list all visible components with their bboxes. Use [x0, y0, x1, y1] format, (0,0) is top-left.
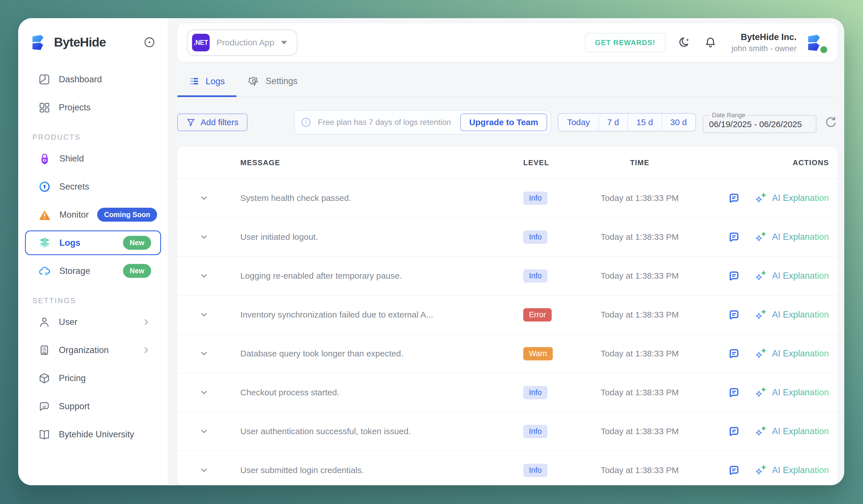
coming-soon-badge: Coming Soon: [97, 208, 157, 222]
collapse-sidebar-icon[interactable]: [143, 36, 155, 48]
sidebar-item-secrets[interactable]: Secrets: [25, 174, 161, 199]
ai-explanation-button[interactable]: AI Explanation: [754, 464, 829, 477]
get-rewards-button[interactable]: GET REWARDS!: [585, 33, 666, 52]
log-time: Today at 1:38:33 PM: [574, 388, 705, 397]
dashboard-icon: [38, 74, 50, 86]
notifications-bell-icon[interactable]: [704, 36, 717, 49]
level-badge: Info: [523, 464, 547, 477]
comment-icon[interactable]: [728, 192, 740, 204]
ai-explanation-button[interactable]: AI Explanation: [754, 425, 829, 438]
sidebar-item-storage[interactable]: Storage New: [25, 259, 161, 283]
log-message: System health check passed.: [222, 193, 489, 203]
sidebar-item-label: Storage: [59, 266, 90, 276]
refresh-button[interactable]: [824, 116, 837, 129]
topbar: .NET Production App GET REWARDS!: [177, 23, 837, 62]
tab-logs[interactable]: Logs: [177, 76, 237, 96]
comment-icon[interactable]: [728, 426, 740, 437]
expand-row-button[interactable]: [186, 427, 222, 436]
support-chat-icon: [38, 400, 50, 412]
sidebar-item-user[interactable]: User: [25, 310, 161, 334]
sidebar: ByteHide Dashboard: [18, 18, 168, 485]
comment-icon[interactable]: [728, 387, 740, 398]
upgrade-to-team-button[interactable]: Upgrade to Team: [460, 114, 547, 131]
expand-row-button[interactable]: [186, 232, 222, 242]
log-message: Logging re-enabled after temporary pause…: [222, 271, 489, 281]
sidebar-item-label: Shield: [59, 154, 84, 164]
add-filters-button[interactable]: Add filters: [177, 114, 247, 131]
log-message: Database query took longer than expected…: [222, 349, 489, 359]
table-row: Database query took longer than expected…: [177, 334, 837, 373]
sidebar-item-label: Pricing: [59, 373, 86, 384]
date-range-presets: Today 7 d 15 d 30 d: [558, 113, 696, 131]
sidebar-item-pricing[interactable]: Pricing: [25, 366, 161, 390]
ai-explanation-button[interactable]: AI Explanation: [754, 347, 829, 360]
tab-settings[interactable]: Settings: [237, 76, 309, 96]
ai-explanation-button[interactable]: AI Explanation: [754, 192, 829, 205]
sidebar-item-dashboard[interactable]: Dashboard: [25, 67, 161, 92]
settings-section-label: SETTINGS: [33, 296, 168, 305]
sidebar-item-label: Bytehide University: [59, 429, 134, 440]
account-menu[interactable]: ByteHide Inc. john smith - owner: [731, 32, 824, 53]
dark-mode-moon-icon[interactable]: [679, 36, 691, 49]
gear-icon: [249, 76, 259, 87]
log-message: Inventory synchronization failed due to …: [222, 310, 489, 320]
sidebar-item-shield[interactable]: Shield: [25, 146, 161, 171]
preset-7d-button[interactable]: 7 d: [599, 114, 628, 131]
tab-bar: Logs Settings: [177, 62, 837, 96]
expand-row-button[interactable]: [186, 193, 222, 203]
sidebar-item-support[interactable]: Support: [25, 394, 161, 418]
comment-icon[interactable]: [728, 465, 740, 476]
info-circle-icon: [300, 117, 312, 128]
sidebar-item-university[interactable]: Bytehide University: [25, 422, 161, 447]
log-message: User initiated logout.: [222, 232, 489, 242]
comment-icon[interactable]: [728, 270, 740, 282]
ai-explanation-button[interactable]: AI Explanation: [754, 386, 829, 399]
sidebar-item-logs[interactable]: Logs New: [25, 230, 161, 255]
table-row: User initiated logout. Info Today at 1:3…: [177, 218, 837, 257]
level-badge: Info: [523, 230, 547, 244]
column-header-message: MESSAGE: [222, 158, 489, 167]
comment-icon[interactable]: [728, 231, 740, 243]
table-row: User submitted login credentials. Info T…: [177, 451, 837, 485]
sparkles-icon: [754, 386, 767, 399]
storage-cloud-icon: [38, 265, 51, 277]
ai-explanation-label: AI Explanation: [772, 387, 829, 398]
chevron-right-icon: [141, 317, 151, 327]
preset-30d-button[interactable]: 30 d: [662, 114, 696, 131]
table-row: Checkout process started. Info Today at …: [177, 373, 837, 412]
date-range-field[interactable]: Date Range 06/19/2025 - 06/26/2025: [703, 112, 816, 133]
expand-row-button[interactable]: [186, 388, 222, 397]
ai-explanation-label: AI Explanation: [772, 310, 829, 320]
comment-icon[interactable]: [728, 348, 740, 359]
sidebar-item-label: Secrets: [59, 182, 89, 192]
sparkles-icon: [754, 230, 767, 244]
user-icon: [38, 316, 50, 328]
level-badge: Warn: [523, 347, 553, 360]
preset-today-button[interactable]: Today: [559, 114, 599, 131]
expand-row-button[interactable]: [186, 349, 222, 359]
ai-explanation-button[interactable]: AI Explanation: [754, 308, 829, 321]
new-badge: New: [123, 264, 151, 278]
app-selector-dropdown[interactable]: .NET Production App: [187, 29, 297, 56]
comment-icon[interactable]: [728, 309, 740, 320]
sidebar-item-label: Logs: [59, 238, 80, 248]
preset-15d-button[interactable]: 15 d: [628, 114, 662, 131]
ai-explanation-label: AI Explanation: [772, 348, 829, 359]
sidebar-item-projects[interactable]: Projects: [25, 95, 161, 120]
sparkles-icon: [754, 192, 767, 205]
app-window: ByteHide Dashboard: [18, 18, 844, 485]
expand-row-button[interactable]: [186, 310, 222, 320]
organization-building-icon: [38, 344, 50, 356]
level-badge: Error: [523, 308, 552, 322]
date-range-label: Date Range: [710, 112, 747, 119]
sidebar-item-label: Support: [59, 401, 90, 412]
ai-explanation-button[interactable]: AI Explanation: [754, 230, 829, 244]
sparkles-icon: [754, 308, 767, 321]
expand-row-button[interactable]: [186, 271, 222, 281]
brand-name: ByteHide: [54, 35, 106, 49]
ai-explanation-button[interactable]: AI Explanation: [754, 269, 829, 282]
expand-row-button[interactable]: [186, 465, 222, 475]
sidebar-item-organization[interactable]: Organization: [25, 338, 161, 362]
bytehide-logo-icon: [29, 34, 47, 51]
sidebar-item-monitor[interactable]: Monitor Coming Soon: [25, 202, 161, 227]
